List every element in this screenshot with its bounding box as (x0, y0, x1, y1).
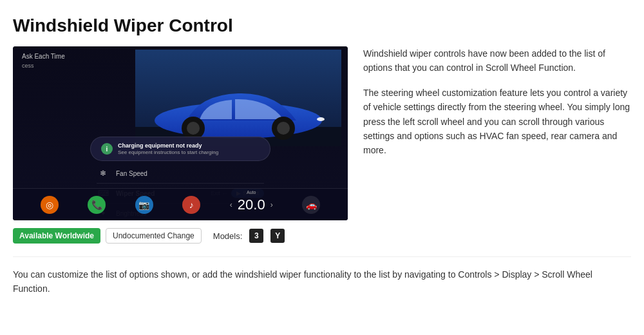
description-paragraph-2: The steering wheel customization feature… (363, 86, 631, 158)
speed-value: 20.0 (238, 196, 265, 213)
footer-text: You can customize the list of options sh… (13, 256, 631, 296)
menu-item-fan-speed: ❄ Fan Speed (97, 164, 264, 184)
nav-icon-camera[interactable]: 📷 (135, 196, 153, 214)
model-3-badge: 3 (249, 229, 263, 243)
charging-title: Charging equipment not ready (118, 142, 218, 149)
charging-notification: i Charging equipment not ready See equip… (90, 137, 270, 161)
charging-icon: i (101, 143, 113, 155)
svg-point-6 (277, 122, 290, 135)
description-paragraph-1: Windshield wiper controls have now been … (363, 46, 631, 75)
speed-wrapper: Auto ‹ 20.0 › (230, 196, 273, 213)
auto-label: Auto (247, 190, 256, 195)
left-column: Ask Each Time cess (13, 46, 348, 244)
right-column: Windshield wiper controls have now been … (363, 46, 631, 244)
car-illustration (129, 46, 348, 149)
page-title: Windshield Wiper Control (13, 15, 631, 36)
models-label: Models: (213, 231, 243, 241)
ask-each-time-label: Ask Each Time (22, 53, 94, 60)
car-svg (135, 50, 341, 146)
tesla-ui: Ask Each Time cess (13, 46, 348, 220)
charging-subtitle: See equipment instructions to start char… (118, 149, 218, 155)
fan-speed-label: Fan Speed (116, 170, 264, 177)
fan-icon: ❄ (97, 167, 109, 180)
nav-icon-music[interactable]: ♪ (182, 196, 200, 214)
content-area: Ask Each Time cess (13, 46, 631, 244)
speed-arrow-left: ‹ (230, 200, 232, 209)
tesla-bottom-bar: ◎ 📞 📷 ♪ Auto ‹ 20.0 › 🚗 (13, 188, 348, 220)
undocumented-badge: Undocumented Change (106, 228, 202, 244)
nav-icon-car[interactable]: 🚗 (302, 196, 320, 214)
nav-icon-1[interactable]: ◎ (41, 196, 59, 214)
nav-icon-phone[interactable]: 📞 (88, 196, 106, 214)
speed-display: ‹ 20.0 › (230, 196, 273, 213)
badges-row: Available Worldwide Undocumented Change … (13, 228, 348, 244)
tesla-top-bar: Ask Each Time cess (13, 46, 103, 69)
charging-text: Charging equipment not ready See equipme… (118, 142, 218, 155)
tesla-screen-image: Ask Each Time cess (13, 46, 348, 220)
speed-arrow-right: › (270, 200, 273, 209)
svg-point-4 (187, 122, 200, 135)
model-y-badge: Y (270, 229, 285, 243)
svg-point-7 (317, 117, 325, 121)
available-badge: Available Worldwide (13, 228, 100, 244)
access-label: cess (22, 62, 94, 69)
